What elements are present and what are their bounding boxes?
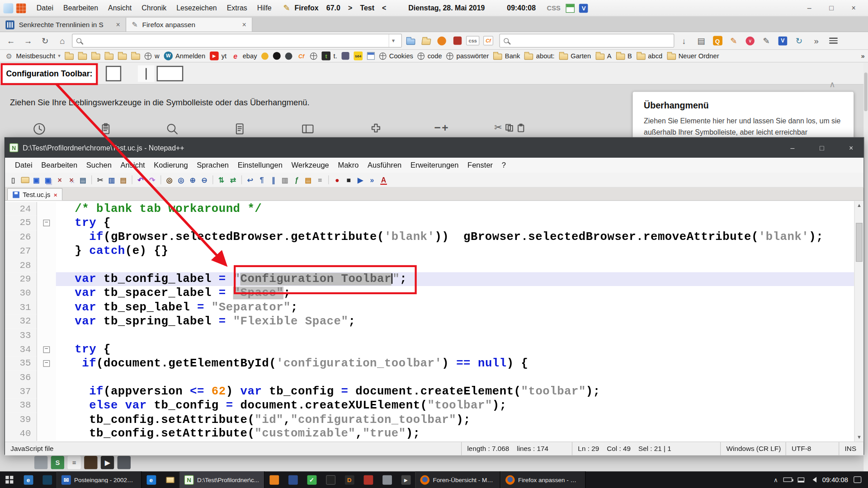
maximize-button[interactable]: □ bbox=[821, 1, 843, 15]
close-button[interactable]: × bbox=[839, 138, 863, 158]
gray-app-icon[interactable] bbox=[34, 456, 47, 469]
minimize-button[interactable]: – bbox=[798, 1, 821, 15]
user-dialog-icon[interactable]: ▥ bbox=[280, 175, 290, 185]
panel-collapse-chevron-icon[interactable]: ∧ bbox=[829, 80, 835, 89]
fold-margin[interactable]: − bbox=[37, 216, 56, 230]
cut-icon[interactable]: ✂ bbox=[95, 175, 105, 185]
sync-scroll-v-icon[interactable]: ⇅ bbox=[217, 175, 226, 185]
bookmark-item[interactable]: WAnmelden bbox=[164, 52, 205, 61]
menu-ansicht[interactable]: Ansicht bbox=[116, 159, 150, 171]
d-app-icon[interactable]: D bbox=[340, 471, 359, 488]
menu-datei[interactable]: Datei bbox=[32, 2, 58, 14]
reload-button[interactable]: ↻ bbox=[38, 33, 52, 48]
folder-icon[interactable] bbox=[160, 471, 179, 488]
find-icon[interactable]: ◎ bbox=[165, 175, 175, 185]
library-icon[interactable]: ▤ bbox=[693, 33, 708, 48]
bookmark-item[interactable]: b64 bbox=[354, 52, 363, 61]
history-icon[interactable] bbox=[17, 122, 62, 136]
v-addon-icon[interactable]: V bbox=[776, 34, 789, 47]
orange-app-icon[interactable] bbox=[264, 471, 283, 488]
print-icon[interactable]: ▤ bbox=[78, 175, 88, 185]
new-file-icon[interactable]: ▯ bbox=[8, 175, 18, 185]
code-line[interactable]: 38 else var tb_config = document.createX… bbox=[5, 399, 854, 413]
css-badge[interactable]: CSS bbox=[547, 4, 561, 12]
tab-firefox-anpassen[interactable]: ✎ Firefox anpassen × bbox=[126, 18, 252, 32]
word-wrap-icon[interactable]: ↩ bbox=[245, 175, 255, 185]
fold-collapse-icon[interactable]: − bbox=[43, 360, 50, 367]
save-icon[interactable]: ▣ bbox=[32, 175, 42, 185]
bookmark-item[interactable]: ⚙Meistbesucht▾ bbox=[5, 52, 61, 61]
bookmark-item[interactable]: A bbox=[595, 52, 612, 60]
close-button[interactable]: × bbox=[843, 1, 865, 15]
taskbar-button[interactable]: Firefox anpassen - Mo... bbox=[500, 471, 586, 488]
paste-icon[interactable]: ▤ bbox=[118, 175, 128, 185]
bookmark-item[interactable] bbox=[65, 52, 74, 60]
code-line[interactable]: 27 } catch(e) {} bbox=[5, 244, 854, 258]
menu-bearbeiten[interactable]: Bearbeiten bbox=[37, 159, 82, 171]
run-macro-multiple-icon[interactable]: » bbox=[367, 175, 377, 185]
menu-ansicht[interactable]: Ansicht bbox=[103, 2, 137, 14]
scrollbar-thumb[interactable] bbox=[856, 223, 863, 262]
tray-chevron-icon[interactable]: ∧ bbox=[774, 476, 778, 483]
clipboard-icon[interactable] bbox=[83, 122, 128, 136]
green-check-icon[interactable]: ✓ bbox=[302, 471, 321, 488]
code-line[interactable]: 32 var tb_spring_label = "Flexible Space… bbox=[5, 314, 854, 328]
gray2-app-icon[interactable] bbox=[377, 471, 396, 488]
bookmark-item[interactable]: about: bbox=[524, 52, 555, 60]
taskbar-button[interactable]: ND:\Test\Profilordner\c... bbox=[179, 471, 265, 488]
menu-kodierung[interactable]: Kodierung bbox=[149, 159, 192, 171]
menu-bearbeiten[interactable]: Bearbeiten bbox=[58, 2, 103, 14]
back-button[interactable]: ← bbox=[3, 33, 18, 48]
addon-icon[interactable] bbox=[353, 122, 398, 136]
separator-widget[interactable] bbox=[138, 65, 155, 82]
folder-blue-icon[interactable] bbox=[404, 34, 417, 47]
editor-scrollbar[interactable]: ▲ ▼ bbox=[854, 201, 863, 441]
status-eol[interactable]: Windows (CR LF) bbox=[721, 442, 786, 455]
undo-icon[interactable]: ↶ bbox=[136, 175, 146, 185]
bookmark-item[interactable]: B bbox=[616, 52, 632, 60]
code-editor[interactable]: 24 /* blank tab workaround */25− try {26… bbox=[5, 201, 863, 441]
code-line[interactable]: 30 var tb_spacer_label = "Space"; bbox=[5, 286, 854, 300]
doc-map-icon[interactable]: ▤ bbox=[303, 175, 313, 185]
bookmark-item[interactable] bbox=[78, 52, 87, 60]
menu-ausfuehren[interactable]: Ausführen bbox=[363, 159, 406, 171]
status-insert-mode[interactable]: INS bbox=[839, 442, 863, 455]
code-line[interactable]: 29 var tb_config_label = "Configuration … bbox=[5, 272, 854, 286]
code-line[interactable]: 24 /* blank tab workaround */ bbox=[5, 202, 854, 216]
play-icon[interactable]: ▶ bbox=[101, 456, 114, 469]
scroll-up-icon[interactable]: ▲ bbox=[855, 201, 864, 210]
menu-icon[interactable] bbox=[826, 33, 841, 48]
bookmark-item[interactable] bbox=[367, 52, 375, 60]
scroll-down-icon[interactable]: ▼ bbox=[855, 433, 864, 442]
action-center-icon[interactable] bbox=[854, 476, 861, 483]
menu-extras[interactable]: Extras bbox=[222, 2, 252, 14]
q-addon-icon[interactable]: Q bbox=[711, 34, 724, 47]
indent-guide-icon[interactable]: ∥ bbox=[269, 175, 278, 185]
bookmark-item[interactable]: abcd bbox=[637, 52, 663, 60]
notes-icon[interactable] bbox=[217, 122, 262, 136]
close-all-icon[interactable]: × bbox=[66, 175, 76, 185]
tab-close-icon[interactable]: × bbox=[242, 20, 246, 28]
code-line[interactable]: 25− try { bbox=[5, 216, 854, 230]
start-button[interactable] bbox=[0, 471, 19, 488]
bookmark-item[interactable]: Neuer Ordner bbox=[667, 52, 719, 60]
bookmark-item[interactable] bbox=[91, 52, 100, 60]
bookmark-item[interactable] bbox=[261, 52, 269, 60]
orange-addon-icon[interactable] bbox=[435, 34, 448, 47]
code-line[interactable]: 39 tb_config.setAttribute("id","configur… bbox=[5, 413, 854, 427]
bookmark-item[interactable] bbox=[273, 52, 281, 60]
bookmark-item[interactable]: Bank bbox=[493, 52, 520, 60]
bookmark-item[interactable]: passwörter bbox=[446, 52, 489, 60]
page-scrollbar[interactable] bbox=[863, 62, 868, 471]
url-dropdown-icon[interactable]: ▾ bbox=[389, 34, 398, 47]
app-grid-icon-orange[interactable] bbox=[16, 3, 26, 13]
close-file-icon[interactable]: × bbox=[55, 175, 65, 185]
home-button[interactable]: ⌂ bbox=[55, 33, 70, 48]
folder-open-icon[interactable] bbox=[420, 34, 433, 47]
clock[interactable]: 09:40:08 bbox=[822, 476, 848, 483]
menu-sprachen[interactable]: Sprachen bbox=[192, 159, 233, 171]
code-line[interactable]: 35− if(document.getElementById('configur… bbox=[5, 357, 854, 371]
blue-app-icon[interactable] bbox=[283, 471, 302, 488]
pocket-icon[interactable]: ∨ bbox=[743, 34, 756, 47]
status-encoding[interactable]: UTF-8 bbox=[786, 442, 840, 455]
